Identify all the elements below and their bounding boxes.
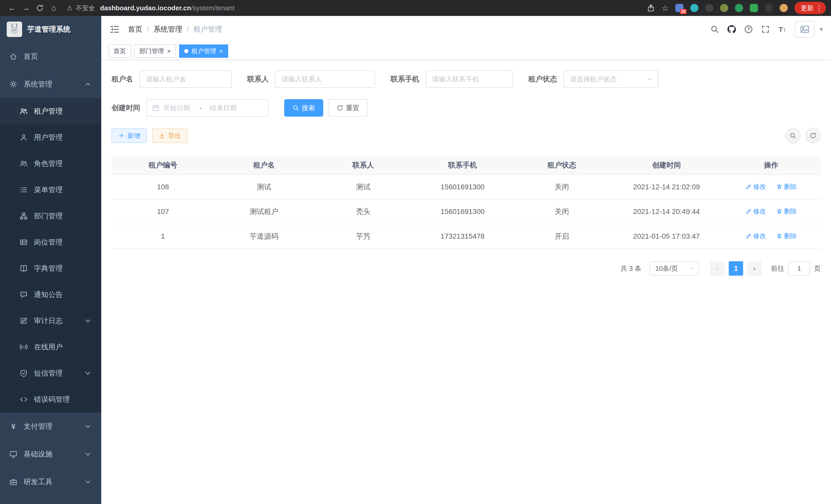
toggle-search-button[interactable] (785, 128, 801, 143)
browser-reload-icon[interactable] (33, 1, 47, 15)
warning-icon: ⚠ (67, 4, 73, 12)
sidebar-item-role[interactable]: 角色管理 (0, 151, 101, 177)
delete-link[interactable]: 删除 (776, 232, 797, 240)
sidebar-item-tenant[interactable]: 租户管理 (0, 98, 101, 124)
list-icon (20, 186, 28, 194)
search-icon (292, 105, 299, 111)
logo[interactable]: 芋道管理系统 (0, 16, 101, 42)
cell-status: 关闭 (512, 199, 611, 224)
sidebar-item-audit-log[interactable]: 审计日志 (0, 308, 101, 334)
extension-icon-7[interactable] (765, 4, 773, 12)
address-bar[interactable]: dashboard.yudao.iocoder.cn/system/tenant (100, 4, 647, 12)
caret-down-icon[interactable]: ▾ (820, 26, 823, 33)
font-size-icon[interactable] (778, 25, 787, 34)
chevron-down-icon (84, 478, 92, 486)
page-size-select[interactable]: 10条/页 (650, 261, 699, 276)
bookmark-star-icon[interactable]: ☆ (662, 4, 668, 12)
chevron-down-icon (84, 317, 92, 325)
browser-home-icon[interactable]: ⌂ (47, 1, 61, 15)
extension-icon-5[interactable] (735, 4, 743, 12)
browser-back-icon[interactable]: ← (5, 1, 19, 15)
cell-status: 关闭 (512, 175, 611, 199)
sidebar-collapse-icon[interactable] (110, 24, 120, 34)
sidebar-item-menu[interactable]: 菜单管理 (0, 177, 101, 203)
reset-button[interactable]: 重置 (328, 99, 368, 117)
goto-label: 前往 (771, 264, 784, 273)
sidebar-item-payment[interactable]: ¥ 支付管理 (0, 413, 101, 440)
kebab-menu-icon[interactable]: ⋮ (815, 4, 823, 12)
sidebar-item-home[interactable]: 首页 (0, 42, 101, 70)
question-icon[interactable] (744, 25, 753, 34)
cell-tenant-id: 1 (112, 224, 214, 249)
col-tenant-name: 租户名 (214, 156, 314, 175)
search-icon (790, 132, 796, 139)
extension-icon-8[interactable] (780, 4, 788, 12)
sidebar-item-notice[interactable]: 通知公告 (0, 281, 101, 308)
cell-contact: 芋艿 (314, 224, 413, 249)
create-time-range-picker[interactable]: 开始日期 - 结束日期 (146, 99, 269, 117)
cell-tenant-name: 芋道源码 (214, 224, 314, 249)
chevron-down-icon (84, 450, 92, 458)
sidebar-item-post[interactable]: 岗位管理 (0, 229, 101, 255)
sidebar-item-dev-tools[interactable]: 研发工具 (0, 468, 101, 496)
search-icon[interactable] (710, 25, 719, 34)
extension-icon-4[interactable] (720, 4, 728, 12)
fullscreen-icon[interactable] (761, 25, 770, 34)
delete-link[interactable]: 删除 (776, 207, 797, 215)
export-button[interactable]: 导出 (152, 128, 188, 143)
sidebar-item-infra[interactable]: 基础设施 (0, 440, 101, 468)
edit-link[interactable]: 修改 (745, 182, 766, 191)
code-icon (20, 395, 28, 404)
sidebar-item-system[interactable]: 系统管理 (0, 70, 101, 98)
close-icon[interactable]: × (219, 48, 223, 55)
add-button[interactable]: 新增 (112, 128, 147, 143)
prev-page-button[interactable]: ‹ (710, 261, 725, 276)
share-icon[interactable] (647, 4, 655, 12)
tab-home[interactable]: 首页 (109, 45, 131, 58)
sidebar-item-error-code[interactable]: 错误码管理 (0, 386, 101, 413)
tenant-name-input[interactable] (139, 70, 232, 88)
tab-dept[interactable]: 部门管理 × (134, 45, 176, 58)
sidebar-item-dict[interactable]: 字典管理 (0, 255, 101, 281)
browser-chrome: ← → ⌂ ⚠ 不安全 dashboard.yudao.iocoder.cn/s… (0, 0, 831, 16)
edit-link[interactable]: 修改 (745, 207, 766, 215)
goto-page-input[interactable] (789, 261, 810, 276)
monitor-icon (9, 450, 18, 458)
shield-icon (20, 369, 28, 377)
next-page-button[interactable]: › (747, 261, 762, 276)
col-actions: 操作 (721, 156, 821, 175)
sidebar-item-user[interactable]: 用户管理 (0, 124, 101, 151)
tenant-name-label: 租户名 (112, 74, 133, 84)
page-number-button[interactable]: 1 (729, 261, 743, 276)
extension-icon-1[interactable]: 10 (675, 4, 684, 12)
cell-mobile: 15601691300 (413, 199, 512, 224)
github-icon[interactable] (727, 25, 736, 34)
extension-icon-6[interactable] (750, 4, 758, 12)
delete-link[interactable]: 删除 (776, 182, 797, 191)
trash-icon (776, 233, 782, 239)
breadcrumb-system[interactable]: 系统管理 (153, 24, 182, 34)
sidebar-item-sms[interactable]: 短信管理 (0, 360, 101, 386)
tenant-status-select[interactable]: 请选择租户状态 (563, 70, 658, 88)
search-button[interactable]: 搜索 (284, 99, 323, 117)
mobile-input[interactable] (426, 70, 513, 88)
extension-icon-3[interactable] (705, 4, 713, 12)
cell-created: 2021-12-14 20:49:44 (611, 199, 721, 224)
id-badge-icon (20, 238, 28, 246)
breadcrumb-home[interactable]: 首页 (128, 24, 142, 34)
cell-status: 开启 (512, 224, 611, 249)
contact-input[interactable] (275, 70, 375, 88)
refresh-table-button[interactable] (805, 128, 821, 143)
avatar[interactable] (795, 21, 814, 37)
edit-link[interactable]: 修改 (745, 232, 766, 240)
sidebar-item-dept[interactable]: 部门管理 (0, 203, 101, 229)
security-label[interactable]: 不安全 (76, 4, 95, 12)
extension-icon-2[interactable] (690, 4, 698, 12)
breadcrumb-separator: / (147, 25, 149, 33)
browser-forward-icon[interactable]: → (19, 1, 33, 15)
sidebar-item-online-user[interactable]: 在线用户 (0, 334, 101, 360)
browser-update-button[interactable]: 更新 ⋮ (795, 2, 826, 14)
close-icon[interactable]: × (167, 48, 171, 55)
chat-icon (20, 291, 28, 299)
tab-tenant[interactable]: 租户管理 × (179, 45, 228, 58)
